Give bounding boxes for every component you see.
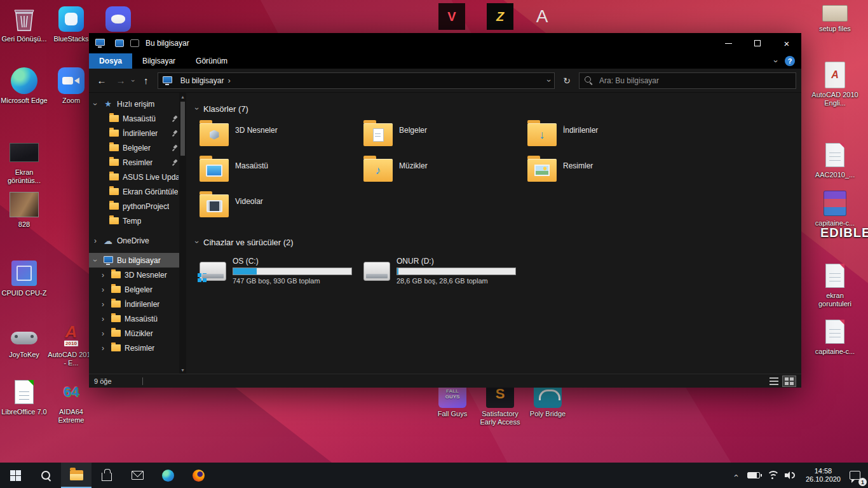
desktop-icon-bluestacks[interactable]: BlueStacks — [47, 5, 95, 43]
desktop-icon-aac2010[interactable]: AAC2010_... — [811, 141, 859, 179]
desktop-icon-zoom[interactable]: Zoom — [47, 67, 95, 105]
taskbar-search-button[interactable] — [31, 463, 61, 488]
desktop-icon-capitaine-1[interactable]: capitaine-c... — [811, 189, 859, 227]
expand-ribbon-icon[interactable]: › — [771, 60, 780, 62]
title-bar: Bu bilgisayar × — [89, 33, 801, 53]
taskbar-file-explorer[interactable] — [61, 463, 92, 488]
thumbnail-view-button[interactable] — [782, 376, 796, 387]
sidebar-item-pc-belgeler[interactable]: Belgeler — [89, 282, 186, 297]
maximize-button[interactable] — [743, 33, 772, 53]
folder-tile-muzikler[interactable]: ♪ Müzikler — [360, 155, 524, 191]
chevron-right-icon[interactable] — [102, 271, 110, 280]
desktop-icon-aida64[interactable]: 64 AIDA64 Extreme — [47, 378, 95, 424]
address-dropdown-icon[interactable]: › — [545, 79, 553, 82]
address-text[interactable]: Bu bilgisayar — [180, 76, 224, 85]
sidebar-item-this-pc[interactable]: Bu bilgisayar — [89, 253, 186, 268]
qat-new-folder-icon[interactable] — [130, 39, 139, 47]
sidebar-item-3d-nesneler[interactable]: 3D Nesneler — [89, 268, 186, 282]
scroll-down-icon[interactable]: ▾ — [181, 366, 184, 374]
section-drives[interactable]: Cihazlar ve sürücüler (2) — [196, 235, 801, 249]
chevron-right-icon[interactable] — [102, 344, 110, 353]
taskbar-firefox[interactable] — [183, 463, 214, 488]
up-button[interactable]: ↑ — [139, 73, 154, 88]
sidebar-item-temp[interactable]: Temp — [89, 214, 186, 228]
drive-d[interactable]: ONUR (D:) 28,6 GB boş, 28,6 GB toplam — [360, 254, 524, 287]
desktop-icon-discord[interactable] — [94, 5, 142, 35]
sidebar-item-pc-masaustu[interactable]: Masaüstü — [89, 311, 186, 326]
chevron-right-icon[interactable] — [94, 236, 102, 245]
taskbar-microsoft-store[interactable] — [92, 463, 122, 488]
folder-tile-masaustu[interactable]: Masaüstü — [196, 155, 360, 191]
taskbar-clock[interactable]: 14:58 26.10.2020 — [802, 467, 844, 484]
folder-tile-3d-nesneler[interactable]: 3D Nesneler — [196, 119, 360, 155]
sidebar-item-pc-indirilenler[interactable]: İndirilenler — [89, 297, 186, 311]
scrollbar-thumb[interactable] — [180, 102, 185, 156]
chevron-right-icon[interactable] — [102, 285, 110, 294]
desktop-icon-zula[interactable]: Z — [476, 3, 524, 32]
search-input[interactable] — [598, 76, 790, 86]
taskbar-edge[interactable] — [153, 463, 183, 488]
folder-tile-indirilenler[interactable]: ↓ İndirilenler — [524, 119, 688, 155]
sidebar-item-pythonproject[interactable]: pythonProject — [89, 199, 186, 214]
address-bar[interactable]: Bu bilgisayar › › — [158, 72, 555, 89]
sidebar-item-quick-access[interactable]: ★ Hızlı erişim — [89, 97, 186, 111]
folder-tile-videolar[interactable]: Videolar — [196, 191, 360, 226]
folder-tile-resimler[interactable]: Resimler — [524, 155, 688, 191]
sidebar-item-resimler[interactable]: Resimler — [89, 155, 186, 170]
details-view-button[interactable] — [767, 376, 781, 387]
back-button[interactable]: ← — [94, 73, 109, 88]
chevron-down-icon[interactable] — [94, 100, 102, 109]
tab-gorunum[interactable]: Görünüm — [186, 53, 238, 69]
chevron-down-icon[interactable] — [94, 256, 102, 265]
scroll-up-icon[interactable]: ▴ — [181, 93, 184, 100]
sidebar-item-ekran-goruntule[interactable]: Ekran Görüntüle — [89, 184, 186, 199]
drive-c[interactable]: OS (C:) 747 GB boş, 930 GB toplam — [196, 254, 360, 287]
tray-overflow-button[interactable]: › — [728, 463, 742, 488]
desktop-icon-photo-828[interactable]: 828 — [0, 191, 48, 229]
section-folders[interactable]: Klasörler (7) — [196, 102, 801, 116]
tab-bilgisayar[interactable]: Bilgisayar — [132, 53, 186, 69]
chevron-down-icon[interactable] — [196, 104, 198, 113]
volume-tray-icon[interactable] — [783, 463, 797, 488]
recent-locations-icon[interactable]: › — [130, 79, 137, 82]
desktop-icon-ekran-goruntuleri[interactable]: ekran goruntuleri — [811, 262, 859, 308]
sidebar-item-indirilenler[interactable]: İndirilenler — [89, 126, 186, 140]
taskbar-mail[interactable] — [122, 463, 153, 488]
desktop-icon-setup-files[interactable]: setup files — [811, 4, 859, 33]
sidebar-item-onedrive[interactable]: ☁ OneDrive — [89, 233, 186, 248]
desktop-icon-recycle-bin[interactable]: Geri Dönüşü... — [0, 5, 48, 43]
network-tray-icon[interactable] — [765, 463, 779, 488]
refresh-button[interactable]: ↻ — [559, 72, 575, 89]
chevron-right-icon[interactable] — [102, 315, 110, 323]
start-button[interactable] — [0, 463, 31, 488]
sidebar-item-masaustu[interactable]: Masaüstü — [89, 111, 186, 126]
pin-icon — [172, 159, 179, 166]
close-button[interactable]: × — [772, 33, 801, 53]
desktop-icon-screenshot[interactable]: Ekran görüntüs... — [0, 139, 48, 185]
tab-dosya[interactable]: Dosya — [89, 53, 132, 69]
sidebar-item-asus-live-update[interactable]: ASUS Live Updat — [89, 170, 186, 184]
help-icon[interactable]: ? — [785, 56, 795, 66]
minimize-button[interactable] — [714, 33, 743, 53]
desktop-icon-cpuz[interactable]: CPUID CPU-Z — [0, 259, 48, 297]
desktop-icon-valorant[interactable]: V — [428, 3, 476, 32]
chevron-right-icon[interactable] — [102, 329, 110, 338]
desktop-icon-autocad[interactable]: A 2010 AutoCAD 2010 - E... — [47, 321, 95, 367]
desktop-icon-capitaine-2[interactable]: capitaine-c... — [811, 318, 859, 356]
forward-button[interactable]: → — [113, 73, 128, 88]
desktop-icon-libreoffice[interactable]: LibreOffice 7.0 — [0, 378, 48, 416]
sidebar-item-pc-muzikler[interactable]: Müzikler — [89, 326, 186, 341]
desktop-icon-autocad-installer[interactable]: A AutoCAD 2010 Engli... — [811, 61, 859, 107]
desktop-icon-letter-a[interactable]: A — [518, 3, 566, 32]
chevron-down-icon[interactable] — [196, 238, 198, 247]
chevron-right-icon[interactable] — [102, 300, 110, 309]
battery-tray-icon[interactable] — [747, 463, 761, 488]
desktop-icon-joytokey[interactable]: JoyToKey — [0, 321, 48, 359]
sidebar-item-belgeler[interactable]: Belgeler — [89, 140, 186, 155]
breadcrumb-chevron-icon[interactable]: › — [227, 76, 230, 85]
sidebar-item-pc-resimler[interactable]: Resimler — [89, 341, 186, 355]
qat-properties-icon[interactable] — [115, 39, 124, 47]
folder-tile-belgeler[interactable]: Belgeler — [360, 119, 524, 155]
sidebar-scrollbar[interactable]: ▴ ▾ — [179, 93, 186, 374]
desktop-icon-edge[interactable]: Microsoft Edge — [0, 67, 48, 105]
